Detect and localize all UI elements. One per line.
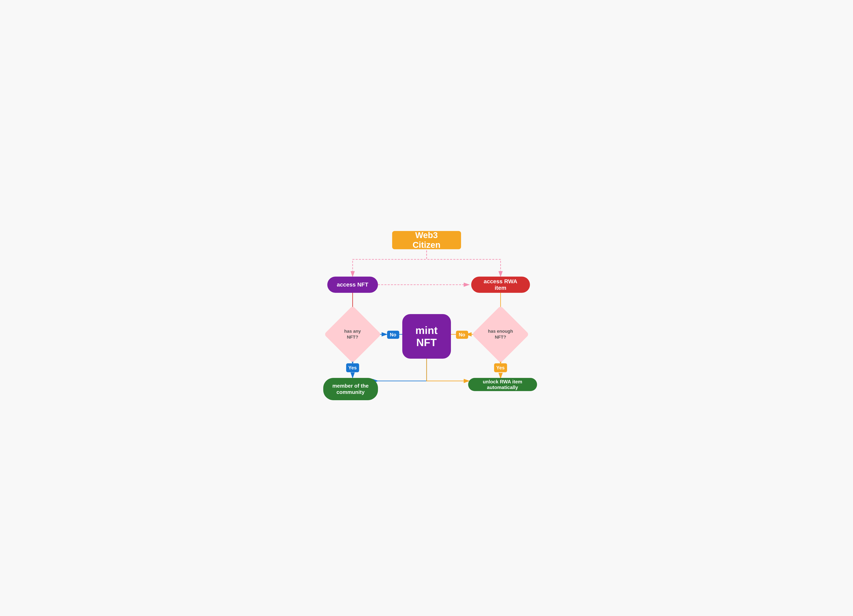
no-badge-right: No xyxy=(456,331,468,339)
has-enough-nft-diamond: has enoughNFT? xyxy=(480,314,521,355)
member-community-node: member of thecommunity xyxy=(323,378,378,400)
access-rwa-node: access RWA item xyxy=(471,276,530,293)
yes-badge-left: Yes xyxy=(346,363,359,372)
arrow-citizen-to-nft xyxy=(353,247,426,276)
mint-nft-node: mint NFT xyxy=(402,314,451,359)
flowchart-diagram: Web3 Citizen access NFT access RWA item … xyxy=(315,225,538,391)
arrow-citizen-to-rwa xyxy=(426,247,501,276)
arrow-mint-to-unlock xyxy=(426,359,469,381)
has-any-nft-diamond: has anyNFT? xyxy=(332,314,373,355)
yes-badge-right: Yes xyxy=(494,363,507,372)
arrow-mint-to-member xyxy=(378,359,426,381)
unlock-rwa-node: unlock RWA item automatically xyxy=(468,378,537,391)
access-nft-node: access NFT xyxy=(327,276,378,293)
web3-citizen-node: Web3 Citizen xyxy=(392,231,461,249)
no-badge-left: No xyxy=(387,331,399,339)
